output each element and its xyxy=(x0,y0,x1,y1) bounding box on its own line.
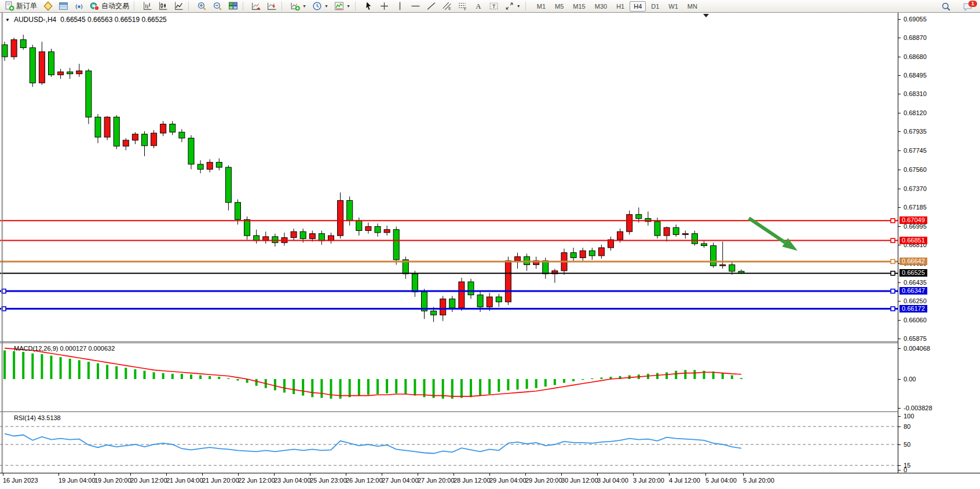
cursor-icon xyxy=(364,1,374,11)
timeframe-m1[interactable]: M1 xyxy=(533,1,550,12)
auto-scroll-button[interactable] xyxy=(249,0,264,12)
timeframe-h4[interactable]: H4 xyxy=(630,1,646,12)
time-label: 30 Jun 12:00 xyxy=(561,477,598,484)
line-handle-right[interactable] xyxy=(891,238,895,242)
timeframe-m5[interactable]: M5 xyxy=(551,1,568,12)
timeframe-d1[interactable]: D1 xyxy=(647,1,663,12)
candlestick-chart-button[interactable] xyxy=(156,0,170,12)
line-handle-right[interactable] xyxy=(891,259,895,263)
price-level-badge: 0.66851 xyxy=(899,237,927,244)
pane-divider-main-macd[interactable] xyxy=(0,341,898,342)
search-button[interactable] xyxy=(939,1,953,13)
rsi-pane[interactable] xyxy=(0,412,898,473)
chart-shift-button[interactable] xyxy=(265,0,279,12)
notifications-button[interactable]: 1 xyxy=(960,1,975,13)
text-label-button[interactable]: T xyxy=(487,0,501,12)
chart-collapse-icon[interactable]: ▼ xyxy=(5,17,10,23)
line-handle-right[interactable] xyxy=(891,271,895,275)
timeframe-h1[interactable]: H1 xyxy=(612,1,628,12)
macd-histogram-bar xyxy=(470,379,472,397)
candle-body xyxy=(319,234,324,241)
pane-divider-macd-rsi[interactable] xyxy=(0,411,898,412)
bar-chart-button[interactable] xyxy=(140,0,155,12)
macd-histogram-bar xyxy=(526,379,528,389)
axis-tick-mark xyxy=(898,207,901,208)
candle xyxy=(365,223,371,234)
candlestick-chart-icon xyxy=(158,1,168,11)
pane-divider-main-macd-2[interactable] xyxy=(0,343,898,343)
tile-windows-button[interactable] xyxy=(226,0,240,12)
axis-tick-mark xyxy=(898,301,901,302)
data-window-button[interactable] xyxy=(56,0,71,12)
time-tick-mark xyxy=(418,473,418,476)
indicators-button[interactable]: ▼ xyxy=(332,0,353,12)
arrows-button[interactable]: ▼ xyxy=(502,0,523,12)
vertical-line-button[interactable] xyxy=(393,0,407,12)
axis-tick-mark xyxy=(898,226,901,227)
time-axis[interactable]: 16 Jun 202319 Jun 04:0019 Jun 20:0020 Ju… xyxy=(0,473,980,489)
candle xyxy=(533,257,539,269)
market-watch-button[interactable] xyxy=(41,0,55,12)
macd-histogram-bar xyxy=(22,352,24,379)
rsi-tick-label: 50 xyxy=(904,441,910,448)
price-axis[interactable]: 0.690550.688700.686800.684950.683100.681… xyxy=(898,13,980,473)
toolbar-separator xyxy=(134,2,138,10)
time-label: 27 Jun 04:00 xyxy=(382,477,419,484)
line-handle-right[interactable] xyxy=(891,289,895,293)
price-level-badge: 0.67049 xyxy=(899,216,927,224)
candle xyxy=(645,212,651,226)
axis-tick-mark xyxy=(898,470,901,470)
time-label: 3 Jul 20:00 xyxy=(633,477,664,484)
fibonacci-button[interactable]: F xyxy=(455,0,470,12)
time-tick-mark xyxy=(94,473,95,476)
period-button[interactable]: ▼ xyxy=(310,0,331,12)
line-chart-button[interactable] xyxy=(171,0,186,12)
macd-histogram-bar xyxy=(488,379,491,394)
chart-shift-icon xyxy=(267,1,277,11)
chart-shift-marker-icon[interactable] xyxy=(703,14,709,17)
trend-arrow-shaft[interactable] xyxy=(749,218,785,242)
price-tick-label: 0.67560 xyxy=(904,166,927,173)
candle-body xyxy=(496,297,502,302)
macd-histogram-bar xyxy=(404,379,407,394)
zoom-in-button[interactable] xyxy=(195,0,209,12)
timeframe-w1[interactable]: W1 xyxy=(664,1,682,12)
navigator-button[interactable] xyxy=(72,0,86,12)
horizontal-line-button[interactable] xyxy=(408,0,423,12)
macd-histogram-bar xyxy=(50,356,53,379)
line-handle-right[interactable] xyxy=(891,219,895,223)
price-level-badge: 0.66347 xyxy=(899,287,927,295)
zoom-out-button[interactable] xyxy=(210,0,225,12)
timeframe-m15[interactable]: M15 xyxy=(569,1,589,12)
macd-pane[interactable] xyxy=(0,343,898,411)
candle-body xyxy=(207,162,213,169)
line-handle-right[interactable] xyxy=(891,307,895,311)
candle xyxy=(598,245,604,259)
candle xyxy=(422,289,427,319)
macd-histogram-bar xyxy=(731,376,733,380)
svg-text:T: T xyxy=(492,3,496,9)
macd-histogram-bar xyxy=(292,379,295,394)
main-price-chart[interactable] xyxy=(0,13,898,341)
time-tick-mark xyxy=(561,473,562,476)
cursor-button[interactable] xyxy=(361,0,376,12)
timeframe-mn[interactable]: MN xyxy=(683,1,701,12)
new-order-button[interactable]: 新订单 xyxy=(2,0,39,12)
candle-body xyxy=(692,234,697,244)
equidistant-channel-button[interactable]: E xyxy=(440,0,454,12)
trendline-button[interactable] xyxy=(424,0,438,12)
axis-tick-mark xyxy=(898,465,901,466)
crosshair-button[interactable] xyxy=(377,0,392,12)
timeframe-m30[interactable]: M30 xyxy=(591,1,611,12)
time-tick-mark xyxy=(202,473,203,476)
macd-histogram-bar xyxy=(693,370,696,379)
candle xyxy=(627,211,632,235)
text-button[interactable]: A xyxy=(471,0,485,12)
auto-trading-button[interactable]: 自动交易 xyxy=(87,0,131,12)
candle xyxy=(151,130,157,148)
new-order-button-label: 新订单 xyxy=(16,1,37,12)
candle xyxy=(459,278,465,311)
search-icon xyxy=(941,2,951,12)
time-tick-mark xyxy=(346,473,346,476)
new-chart-button[interactable]: ▼ xyxy=(288,0,309,12)
